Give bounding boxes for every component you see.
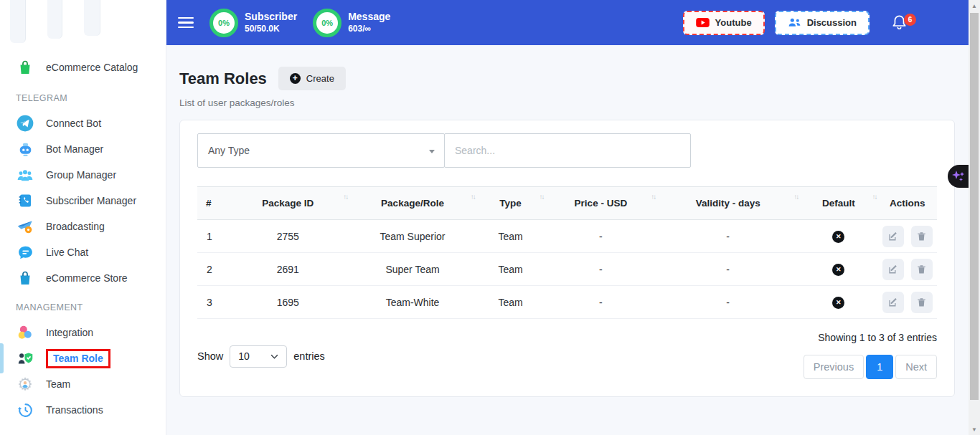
subscriber-stat-label: Subscriber (245, 11, 297, 24)
sidebar-item-live-chat[interactable]: Live Chat (0, 239, 166, 265)
pagination: Previous 1 Next (804, 355, 937, 379)
column-header-default[interactable]: Default↑↓ (799, 187, 877, 220)
scrollbar-thumb[interactable] (970, 13, 979, 400)
chat-bubble-icon (16, 243, 34, 262)
column-header-price[interactable]: Price - USD↑↓ (545, 187, 657, 220)
sidebar-item-broadcasting[interactable]: Broadcasting (0, 214, 166, 239)
telegram-icon (16, 114, 34, 133)
column-header-actions: Actions (877, 187, 937, 220)
page-size-select[interactable]: 10 (230, 345, 287, 368)
youtube-button[interactable]: Youtube (683, 11, 765, 35)
cell-actions (877, 253, 937, 286)
column-header-package-role[interactable]: Package/Role↑↓ (349, 187, 476, 220)
column-header-package-id[interactable]: Package ID↑↓ (227, 187, 349, 220)
cell-validity: - (656, 220, 799, 253)
sidebar-item-label: Live Chat (46, 247, 88, 258)
delete-button[interactable] (911, 226, 933, 247)
sidebar-item-label: Integration (46, 327, 93, 338)
vertical-scrollbar[interactable]: ▲ ▼ (969, 0, 980, 435)
create-button[interactable]: + Create (278, 67, 346, 90)
cell-actions (877, 220, 937, 253)
sort-icon: ↑↓ (471, 193, 475, 201)
logo-skeleton-bar (10, 0, 26, 43)
annotation-highlight-box: Team Role (46, 349, 110, 368)
chevron-down-icon (429, 150, 435, 153)
column-header-type[interactable]: Type↑↓ (476, 187, 545, 220)
robot-icon (16, 140, 34, 158)
table-row: 1 2755 Team Superior Team - - ✕ (197, 220, 937, 253)
scrollbar-up-arrow[interactable]: ▲ (969, 0, 980, 11)
sort-icon: ↑↓ (872, 193, 876, 201)
discussion-button-label: Discussion (807, 17, 857, 28)
cell-validity: - (656, 253, 799, 286)
next-page-button[interactable]: Next (895, 355, 937, 379)
sidebar-item-connect-bot[interactable]: Connect Bot (0, 110, 166, 136)
delete-button[interactable] (911, 292, 933, 313)
ai-assistant-button[interactable] (948, 165, 969, 188)
cell-package-role: Team-White (349, 286, 476, 319)
sidebar-item-label: Subscriber Manager (46, 195, 136, 206)
sidebar-item-bot-manager[interactable]: Bot Manager (0, 136, 166, 162)
contact-book-icon (16, 191, 34, 210)
sidebar-item-label: Transactions (46, 404, 103, 416)
column-header-index: # (197, 187, 227, 220)
cell-package-id: 1695 (227, 286, 349, 319)
sidebar-item-label: Broadcasting (46, 221, 105, 232)
message-progress-ring: 0% (313, 9, 341, 37)
sort-icon: ↑↓ (651, 193, 655, 201)
cell-package-id: 2755 (227, 220, 349, 253)
discussion-users-icon (788, 17, 801, 28)
sidebar-item-integration[interactable]: Integration (0, 320, 166, 345)
edit-button[interactable] (882, 259, 904, 280)
sidebar-item-ecommerce-store[interactable]: eCommerce Store (0, 265, 166, 291)
edit-button[interactable] (882, 292, 904, 313)
message-stat-value: 603/∞ (348, 24, 390, 34)
notifications-bell[interactable]: 6 (891, 14, 908, 32)
cell-type: Team (476, 286, 545, 319)
sidebar-item-label: Connect Bot (46, 118, 101, 129)
current-page-button[interactable]: 1 (866, 355, 893, 379)
sidebar-item-ecommerce-catalog[interactable]: eCommerce Catalog (0, 53, 166, 82)
cell-package-role: Super Team (349, 253, 476, 286)
sidebar-item-subscriber-manager[interactable]: Subscriber Manager (0, 188, 166, 214)
table-row: 3 1695 Team-White Team - - ✕ (197, 286, 937, 319)
column-header-validity[interactable]: Validity - days↑↓ (656, 187, 799, 220)
sidebar-item-group-manager[interactable]: Group Manager (0, 162, 166, 188)
entries-label: entries (293, 350, 325, 362)
notification-count-badge: 6 (904, 14, 916, 26)
main-content: Team Roles + Create List of user package… (166, 45, 969, 435)
subscriber-stat-value: 50/50.0K (245, 24, 297, 34)
logo-placeholder (0, 0, 166, 46)
table-header-row: # Package ID↑↓ Package/Role↑↓ Type↑↓ Pri… (197, 187, 937, 220)
chevron-down-icon (270, 354, 278, 359)
cell-index: 1 (197, 220, 227, 253)
sidebar-item-transactions[interactable]: Transactions (0, 397, 166, 423)
cell-price: - (545, 220, 657, 253)
youtube-button-label: Youtube (715, 17, 752, 28)
cell-index: 3 (197, 286, 227, 319)
discussion-button[interactable]: Discussion (775, 11, 870, 35)
team-roles-card: Any Type # Package ID↑↓ Package/Role↑↓ T… (179, 120, 955, 397)
logo-skeleton-bar (84, 0, 100, 36)
scrollbar-down-arrow[interactable]: ▼ (969, 424, 980, 435)
create-button-label: Create (306, 73, 334, 84)
not-default-icon: ✕ (832, 264, 844, 276)
previous-page-button[interactable]: Previous (804, 355, 864, 379)
team-roles-table: # Package ID↑↓ Package/Role↑↓ Type↑↓ Pri… (197, 186, 937, 319)
cell-default: ✕ (799, 286, 877, 319)
integration-circles-icon (16, 323, 34, 342)
sidebar: eCommerce Catalog TELEGRAM Connect Bot B… (0, 0, 166, 435)
role-shield-icon (16, 349, 34, 368)
table-row: 2 2691 Super Team Team - - ✕ (197, 253, 937, 286)
delete-button[interactable] (911, 259, 933, 280)
cell-default: ✕ (799, 253, 877, 286)
type-filter-select[interactable]: Any Type (197, 133, 445, 168)
sidebar-item-label: Group Manager (46, 169, 116, 181)
cell-default: ✕ (799, 220, 877, 253)
sidebar-item-team-role[interactable]: Team Role (0, 345, 166, 371)
sidebar-item-team[interactable]: Team (0, 371, 166, 397)
hamburger-menu-icon[interactable] (178, 17, 194, 28)
sidebar-section-management: MANAGEMENT (0, 291, 166, 320)
search-input[interactable] (444, 133, 691, 168)
edit-button[interactable] (882, 226, 904, 247)
